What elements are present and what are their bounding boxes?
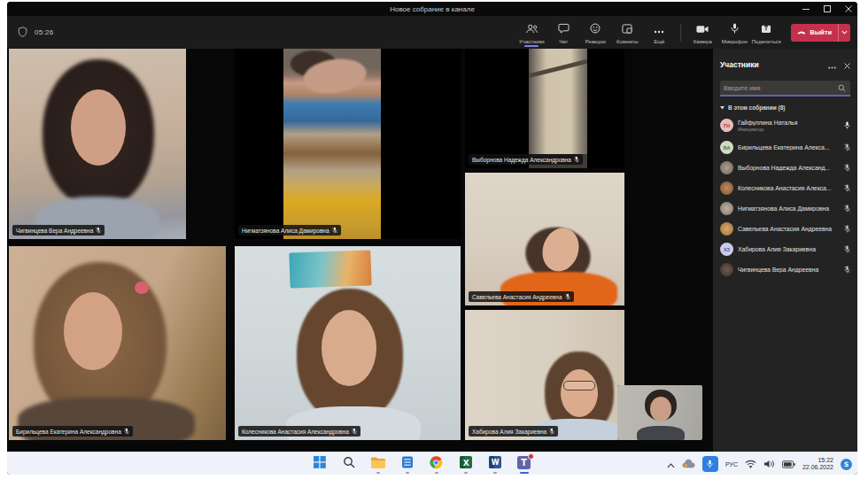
more-button[interactable]: Ещё: [643, 16, 675, 49]
person-face: [561, 369, 598, 417]
chevron-up-icon[interactable]: [667, 456, 675, 472]
excel-button[interactable]: X: [458, 454, 473, 474]
wall-painting: [289, 250, 371, 288]
microphone-button[interactable]: Микрофон: [718, 16, 750, 49]
clock[interactable]: 15:22 22.06.2022: [802, 457, 833, 472]
participant-name: Нигматзянова Алиса Дамировна: [738, 205, 837, 212]
search-input[interactable]: [720, 85, 838, 91]
avatar-photo: [720, 182, 733, 195]
participant-row[interactable]: ГН Гайфуллина Наталья Инициатор: [720, 113, 850, 137]
mic-muted-icon: [96, 227, 101, 234]
running-indicator: [435, 472, 438, 474]
camera-icon: [696, 21, 709, 37]
participants-label: Участники: [519, 39, 545, 44]
participant-search[interactable]: [720, 81, 850, 97]
notebook-app-icon: [401, 456, 414, 472]
participant-row[interactable]: Колесникова Анастасия Алекса...: [720, 178, 850, 198]
file-explorer-button[interactable]: [370, 454, 385, 474]
mic-muted-icon[interactable]: [841, 225, 850, 233]
mic-muted-icon[interactable]: [841, 184, 850, 192]
participant-row[interactable]: Чигвинцева Вера Андреевна: [720, 259, 850, 280]
video-tile-vybornova[interactable]: Выборнова Надежда Александровна: [465, 49, 624, 168]
video-tile-chigvintseva[interactable]: Чигвинцева Вера Андреевна: [9, 49, 186, 239]
svg-text:T: T: [521, 458, 527, 468]
svg-text:X: X: [462, 459, 469, 468]
mic-on-icon[interactable]: [841, 121, 850, 129]
date-label: 22.06.2022: [802, 464, 833, 471]
video-tile-nigmatzyanova[interactable]: Нигматзянова Алиса Дамировна: [235, 49, 461, 239]
panel-more-icon[interactable]: [828, 57, 836, 73]
running-indicator-active: [520, 472, 529, 474]
taskbar-search-button[interactable]: [341, 454, 356, 474]
chrome-button[interactable]: [429, 454, 444, 474]
mic-muted-icon[interactable]: [841, 143, 850, 151]
volume-icon[interactable]: [763, 456, 775, 472]
avatar-photo: [720, 161, 733, 174]
person-face: [322, 310, 376, 386]
share-button[interactable]: Поделиться: [750, 16, 782, 49]
avatar-photo: [720, 263, 733, 276]
minimize-button[interactable]: [802, 5, 810, 12]
video-tile-biriltseva[interactable]: Бирильцева Екатерина Александровна: [9, 246, 226, 440]
svg-text:S: S: [844, 460, 849, 468]
video-feed: [617, 385, 702, 440]
phone-hangup-icon: [797, 28, 806, 36]
skype-icon[interactable]: S: [841, 459, 852, 470]
avatar: БА: [720, 141, 733, 154]
participant-row[interactable]: Выборнова Надежда Александ...: [720, 158, 850, 178]
mic-muted-icon[interactable]: [841, 205, 850, 213]
mic-muted-icon[interactable]: [841, 245, 850, 253]
teams-button[interactable]: T: [516, 454, 531, 474]
microphone-label: Микрофон: [722, 39, 748, 44]
mic-muted-icon[interactable]: [841, 164, 850, 172]
camera-button[interactable]: Камера: [686, 16, 718, 49]
participant-row[interactable]: Нигматзянова Алиса Дамировна: [720, 198, 850, 219]
reactions-button[interactable]: Реакции: [579, 16, 611, 49]
participants-button[interactable]: Участники: [515, 16, 547, 49]
participants-panel-title: Участники: [720, 60, 828, 69]
leave-label: Выйти: [810, 28, 832, 36]
battery-icon[interactable]: [782, 456, 795, 472]
participant-name-label: Колесникова Анастасия Александровна: [238, 426, 360, 437]
panel-close-icon[interactable]: [844, 57, 850, 73]
running-indicator: [376, 472, 380, 474]
participant-row[interactable]: ХЗ Хабирова Алия Закариевна: [720, 239, 850, 259]
running-indicator: [406, 472, 409, 474]
onedrive-cloud-icon[interactable]: [682, 456, 695, 472]
participant-name: Гайфуллина Наталья: [738, 120, 837, 126]
video-tile-khabirova[interactable]: Хабирова Алия Закариевна: [465, 310, 624, 440]
mic-muted-icon: [352, 428, 357, 435]
participant-name: Выборнова Надежда Александ...: [738, 165, 837, 171]
participant-row[interactable]: Савельева Анастасия Андреевна: [720, 219, 850, 239]
participant-row[interactable]: БА Бирильцева Екатерина Алекса...: [720, 137, 850, 158]
microphone-active-icon[interactable]: [702, 456, 718, 472]
video-feed: [283, 49, 381, 239]
leave-button[interactable]: Выйти: [791, 24, 850, 42]
start-button[interactable]: [312, 454, 327, 474]
participant-name-label: Выборнова Надежда Александровна: [469, 154, 583, 165]
close-button[interactable]: [845, 5, 852, 12]
hair-flower: [135, 282, 149, 294]
video-tile-kolesnikova[interactable]: Колесникова Анастасия Александровна: [235, 246, 461, 440]
word-icon: W: [489, 456, 501, 472]
wifi-icon[interactable]: [745, 456, 756, 472]
toolbar-divider: [680, 24, 681, 42]
chrome-icon: [430, 456, 443, 473]
chat-icon: [558, 21, 570, 37]
language-indicator[interactable]: РУС: [725, 461, 738, 468]
participant-name-label: Нигматзянова Алиса Дамировна: [238, 225, 341, 236]
mic-muted-icon[interactable]: [841, 266, 850, 274]
video-tile-savelyeva[interactable]: Савельева Анастасия Андреевна: [465, 173, 624, 305]
in-meeting-section[interactable]: В этом собрании (8): [720, 104, 850, 111]
self-view-tile[interactable]: [617, 385, 702, 440]
word-button[interactable]: W: [487, 454, 502, 474]
leave-options-chevron[interactable]: [838, 24, 850, 42]
in-meeting-label: В этом собрании (8): [728, 104, 785, 111]
maximize-button[interactable]: [824, 5, 831, 12]
search-icon: [838, 84, 850, 92]
notebook-app-button[interactable]: [399, 454, 415, 474]
rooms-button[interactable]: Комнаты: [611, 16, 643, 49]
file-explorer-icon: [371, 456, 385, 472]
chat-button[interactable]: Чат: [547, 16, 579, 49]
notification-badge: [528, 453, 534, 460]
